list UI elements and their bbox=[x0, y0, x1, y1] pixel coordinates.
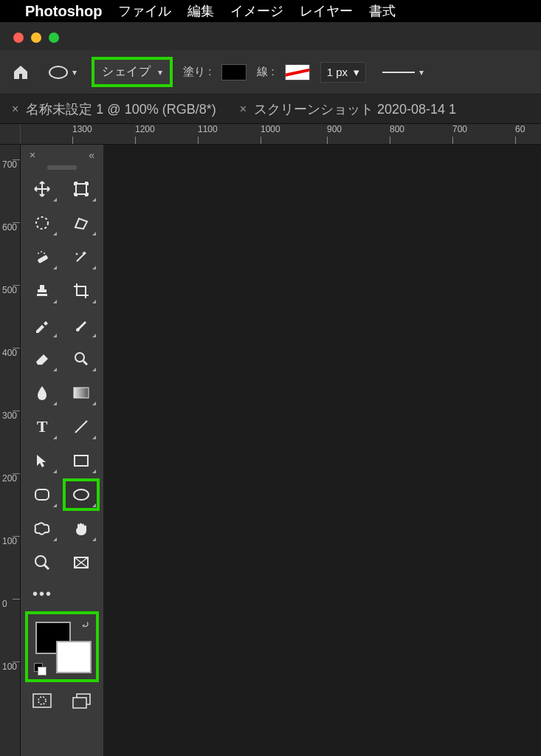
document-tabs: × 名称未設定 1 @ 100% (RGB/8*) × スクリーンショット 20… bbox=[0, 94, 541, 124]
background-color-swatch[interactable] bbox=[56, 641, 92, 673]
tool-preset-picker[interactable]: ▾ bbox=[44, 63, 81, 82]
ruler-horizontal: 1300 1200 1100 1000 900 800 700 60 bbox=[0, 124, 541, 145]
ruler-tick: 1300 bbox=[72, 124, 92, 144]
stroke-swatch[interactable] bbox=[285, 64, 310, 80]
options-bar: ▾ シェイプ ▾ 塗り : 線 : 1 px ▾ ▾ bbox=[0, 50, 541, 94]
foreground-background-colors: ⤾ bbox=[25, 611, 99, 682]
rectangle-shape-tool[interactable] bbox=[64, 446, 98, 475]
ruler-tick: 100 bbox=[0, 662, 20, 672]
window-controls bbox=[0, 22, 541, 50]
tab-title: 名称未設定 1 @ 100% (RGB/8*) bbox=[26, 100, 216, 118]
menu-layer[interactable]: レイヤー bbox=[300, 2, 353, 20]
panel-collapse-icon[interactable]: « bbox=[89, 149, 94, 161]
svg-rect-2 bbox=[37, 255, 48, 264]
svg-point-11 bbox=[74, 489, 89, 500]
stroke-width-value: 1 px bbox=[327, 66, 348, 78]
menu-image[interactable]: イメージ bbox=[230, 2, 283, 20]
menu-edit[interactable]: 編集 bbox=[187, 2, 214, 20]
type-tool[interactable]: T bbox=[25, 412, 59, 441]
quick-mask-mode[interactable] bbox=[27, 690, 57, 712]
line-style-icon bbox=[382, 72, 415, 73]
move-tool[interactable] bbox=[25, 174, 59, 204]
screen-mode[interactable] bbox=[68, 690, 97, 712]
ruler-tick: 1000 bbox=[261, 124, 280, 144]
ruler-tick: 200 bbox=[0, 473, 20, 484]
custom-shape-tool[interactable] bbox=[25, 514, 59, 543]
chevron-down-icon: ▾ bbox=[158, 67, 162, 78]
brush-tool[interactable] bbox=[64, 310, 98, 340]
ruler-tick: 700 bbox=[452, 124, 467, 144]
tools-panel: × « bbox=[21, 145, 103, 756]
ruler-tick: 700 bbox=[0, 159, 20, 170]
shape-mode-dropdown[interactable]: シェイプ ▾ bbox=[92, 57, 173, 87]
magic-wand-tool[interactable] bbox=[64, 242, 98, 272]
ruler-tick: 600 bbox=[0, 222, 20, 233]
chevron-down-icon: ▾ bbox=[354, 66, 359, 79]
ruler-tick: 500 bbox=[0, 285, 20, 295]
svg-point-12 bbox=[35, 556, 46, 566]
window-close-button[interactable] bbox=[13, 32, 24, 43]
gradient-tool[interactable] bbox=[64, 378, 98, 408]
tab-close-icon[interactable]: × bbox=[240, 103, 247, 116]
panel-drag-handle[interactable] bbox=[47, 165, 77, 170]
artboard-tool[interactable] bbox=[64, 174, 98, 204]
zoom-tool[interactable] bbox=[25, 548, 59, 577]
svg-point-15 bbox=[38, 697, 46, 704]
eraser-tool[interactable] bbox=[25, 344, 59, 374]
svg-point-3 bbox=[38, 252, 39, 254]
document-tab[interactable]: × 名称未設定 1 @ 100% (RGB/8*) bbox=[0, 94, 228, 123]
app-window: ▾ シェイプ ▾ 塗り : 線 : 1 px ▾ ▾ × 名称未設定 1 @ 1… bbox=[0, 22, 541, 756]
zoom-lens-tool[interactable] bbox=[64, 344, 98, 374]
stroke-style-dropdown[interactable]: ▾ bbox=[382, 67, 424, 78]
stroke-label: 線 : bbox=[257, 65, 274, 79]
svg-rect-10 bbox=[35, 489, 49, 500]
rounded-rect-tool[interactable] bbox=[25, 480, 59, 509]
drop-tool[interactable] bbox=[25, 378, 59, 408]
stroke-width-field[interactable]: 1 px ▾ bbox=[320, 62, 366, 83]
ruler-tick: 60 bbox=[515, 124, 525, 144]
home-button[interactable] bbox=[7, 59, 34, 86]
tab-title: スクリーンショット 2020-08-14 1 bbox=[254, 100, 456, 118]
tab-close-icon[interactable]: × bbox=[12, 103, 18, 116]
frame-tool[interactable] bbox=[64, 548, 98, 577]
swap-colors-icon[interactable]: ⤾ bbox=[81, 619, 90, 630]
eyedropper-tool[interactable] bbox=[25, 310, 59, 340]
stamp-tool[interactable] bbox=[25, 276, 59, 306]
menu-file[interactable]: ファイル bbox=[118, 2, 171, 20]
menu-type[interactable]: 書式 bbox=[369, 2, 396, 20]
svg-point-4 bbox=[41, 251, 42, 252]
ellipse-shape-tool[interactable] bbox=[64, 480, 98, 509]
svg-point-7 bbox=[75, 353, 84, 362]
svg-rect-9 bbox=[75, 456, 88, 466]
window-zoom-button[interactable] bbox=[49, 32, 59, 43]
ruler-tick: 100 bbox=[0, 536, 20, 546]
line-tool[interactable] bbox=[64, 412, 98, 441]
ruler-tick: 1200 bbox=[135, 124, 155, 144]
svg-rect-17 bbox=[73, 698, 86, 708]
fill-swatch[interactable] bbox=[221, 64, 247, 80]
svg-rect-8 bbox=[74, 388, 89, 398]
canvas-area[interactable] bbox=[103, 145, 541, 756]
svg-point-5 bbox=[44, 252, 45, 254]
heal-tool[interactable] bbox=[25, 242, 59, 272]
window-minimize-button[interactable] bbox=[31, 32, 41, 43]
fill-label: 塗り : bbox=[183, 65, 211, 79]
chevron-down-icon: ▾ bbox=[419, 67, 424, 78]
lasso-poly-tool[interactable] bbox=[64, 208, 98, 238]
app-menu[interactable]: Photoshop bbox=[25, 3, 102, 20]
crop-tool[interactable] bbox=[64, 276, 98, 306]
edit-toolbar-button[interactable]: ••• bbox=[25, 582, 60, 605]
ruler-tick: 400 bbox=[0, 348, 20, 358]
shape-mode-label: シェイプ bbox=[102, 64, 151, 80]
document-tab[interactable]: × スクリーンショット 2020-08-14 1 bbox=[228, 94, 468, 123]
macos-menubar: Photoshop ファイル 編集 イメージ レイヤー 書式 bbox=[0, 0, 541, 22]
hand-tool[interactable] bbox=[64, 514, 98, 543]
ruler-tick: 0 bbox=[0, 599, 20, 609]
ruler-tick: 1100 bbox=[198, 124, 218, 144]
ruler-vertical: 700 600 500 400 300 200 100 0 100 bbox=[0, 145, 21, 756]
svg-rect-0 bbox=[76, 184, 86, 194]
default-colors-icon[interactable] bbox=[34, 663, 46, 675]
panel-close-icon[interactable]: × bbox=[30, 149, 35, 161]
marquee-tool[interactable] bbox=[25, 208, 59, 238]
path-select-tool[interactable] bbox=[25, 446, 59, 475]
